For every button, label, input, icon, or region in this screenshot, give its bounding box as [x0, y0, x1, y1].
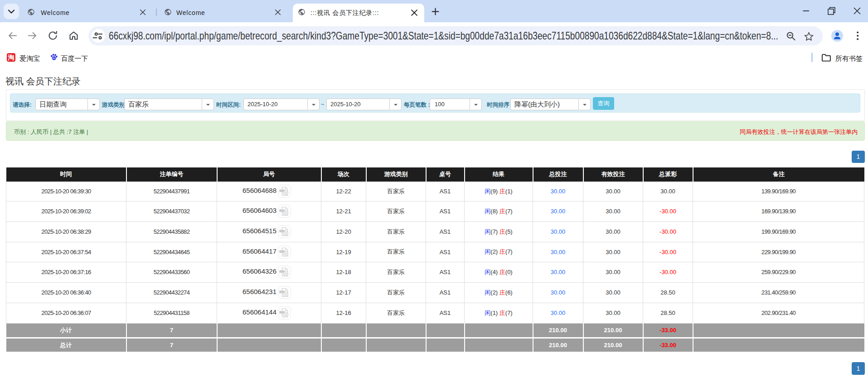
svg-text:du: du: [53, 57, 56, 59]
